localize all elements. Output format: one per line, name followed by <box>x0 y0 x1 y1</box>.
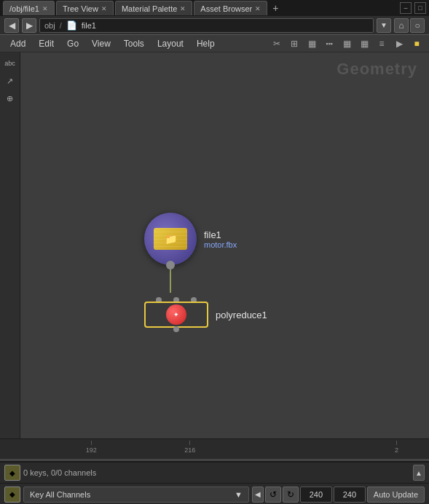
node-polyreduce1[interactable]: ✦ polyreduce1 <box>144 302 267 328</box>
layout3-icon[interactable]: ▦ <box>339 36 355 51</box>
menu-tools[interactable]: Tools <box>118 37 150 50</box>
back-frame-button[interactable]: ◀ <box>252 487 264 503</box>
layout1-icon[interactable]: ▦ <box>304 36 320 51</box>
tab-tree-view[interactable]: Tree View ✕ <box>56 1 114 15</box>
menu-add[interactable]: Add <box>4 37 31 50</box>
menu-toolbar: ✂ ⊞ ▦ ▪▪▪ ▦ ▦ ≡ ▶ ■ <box>269 36 425 51</box>
file1-icon: 📁 <box>154 228 187 250</box>
frame-display-1[interactable]: 240 <box>300 487 332 503</box>
minimize-button[interactable]: – <box>400 2 412 14</box>
add-tab-button[interactable]: + <box>269 1 282 15</box>
menu-view[interactable]: View <box>86 37 117 50</box>
file1-labels: file1 motor.fbx <box>204 229 237 249</box>
window-controls: – □ <box>400 2 426 14</box>
bottom-controls: ◆ 0 keys, 0/0 channels ▲ ◆ Key All Chann… <box>0 462 429 504</box>
bottom-row1: ◆ 0 keys, 0/0 channels ▲ <box>0 462 429 484</box>
maximize-button[interactable]: □ <box>414 2 426 14</box>
node-container: 📁 file1 motor.fbx ✦ <box>144 213 267 328</box>
channels-dropdown-arrow: ▼ <box>235 490 243 499</box>
tab-close-icon[interactable]: ✕ <box>101 5 107 12</box>
left-sidebar: abc ↗ ⊕ ℹ ▦ ● <box>0 52 20 504</box>
menu-bar: Add Edit Go View Tools Layout Help ✂ ⊞ ▦… <box>0 35 429 52</box>
file1-sublabel: motor.fbx <box>204 240 237 249</box>
settings-button[interactable]: ○ <box>410 18 425 33</box>
polyreduce1-name: polyreduce1 <box>216 310 267 320</box>
add-icon: ⊕ <box>7 94 13 103</box>
keys-info: 0 keys, 0/0 channels <box>23 468 96 477</box>
path-bar: ◀ ▶ obj / 📄 file1 ▼ ⌂ ○ <box>0 16 429 35</box>
channels-up-button[interactable]: ▲ <box>413 465 425 481</box>
tab-material-palette[interactable]: Material Palette ✕ <box>115 1 192 15</box>
layout4-icon[interactable]: ▦ <box>356 36 372 51</box>
polyreduce1-output-dot <box>173 326 179 332</box>
key-channel-button[interactable]: ◆ <box>4 487 20 503</box>
menu-layout[interactable]: Layout <box>151 37 189 50</box>
layout2-icon[interactable]: ▪▪▪ <box>321 36 337 51</box>
tab-label: Material Palette <box>122 4 177 13</box>
timeline[interactable]: 192 216 2 <box>0 438 429 462</box>
sidebar-icon-arrow[interactable]: ↗ <box>2 73 18 89</box>
path-right-buttons: ⌂ ○ <box>394 18 425 33</box>
cut-icon[interactable]: ✂ <box>269 36 285 51</box>
tab-close-icon[interactable]: ✕ <box>255 5 261 12</box>
path-file: file1 <box>82 21 96 30</box>
arrow-icon: ↗ <box>7 76 13 86</box>
refresh-button[interactable]: ↺ <box>265 487 281 503</box>
key-all-channels-label: Key All Channels <box>30 490 90 499</box>
path-separator: / <box>60 21 62 30</box>
forward-button[interactable]: ▶ <box>22 18 36 33</box>
timeline-ruler[interactable]: 192 216 2 <box>0 439 429 461</box>
path-dropdown-button[interactable]: ▼ <box>377 18 391 33</box>
file1-circle: 📁 <box>144 213 197 265</box>
sidebar-icon-abc[interactable]: abc <box>2 55 18 71</box>
polyreduce1-box: ✦ <box>144 302 208 328</box>
list-icon[interactable]: ≡ <box>374 36 390 51</box>
timeline-mark-216: 216 <box>184 441 195 454</box>
node-file1[interactable]: 📁 file1 motor.fbx <box>144 213 267 265</box>
back-button[interactable]: ◀ <box>4 18 19 33</box>
color-icon[interactable]: ■ <box>409 36 425 51</box>
tab-close-icon[interactable]: ✕ <box>42 5 48 12</box>
abc-icon: abc <box>4 60 15 67</box>
polyreduce1-icon: ✦ <box>166 304 186 325</box>
key-all-channels-dropdown[interactable]: Key All Channels ▼ <box>23 487 249 503</box>
tab-obj-file1[interactable]: /obj/file1 ✕ <box>3 1 55 15</box>
file1-name: file1 <box>204 229 237 240</box>
play-icon[interactable]: ▶ <box>391 36 407 51</box>
main-canvas[interactable]: Geometry 📁 file1 motor.fbx <box>20 52 429 438</box>
file-icon: 📄 <box>66 20 77 31</box>
sidebar-icon-add[interactable]: ⊕ <box>2 90 18 106</box>
home-button[interactable]: ⌂ <box>394 18 409 33</box>
timeline-mark-2: 2 <box>395 441 398 454</box>
bottom-row2: ◆ Key All Channels ▼ ◀ ↺ ↻ 240 240 Auto … <box>0 484 429 504</box>
frame-display-2[interactable]: 240 <box>334 487 366 503</box>
file1-output-dot <box>166 261 175 269</box>
path-input[interactable]: obj / 📄 file1 <box>39 18 374 33</box>
canvas-label: Geometry <box>336 60 417 79</box>
auto-update-button[interactable]: Auto Update <box>367 487 425 503</box>
menu-help[interactable]: Help <box>191 37 221 50</box>
title-bar: /obj/file1 ✕ Tree View ✕ Material Palett… <box>0 0 429 16</box>
menu-edit[interactable]: Edit <box>33 37 60 50</box>
tab-label: Tree View <box>63 4 98 13</box>
keyframe-button[interactable]: ◆ <box>4 465 20 481</box>
tab-asset-browser[interactable]: Asset Browser ✕ <box>194 1 267 15</box>
timeline-mark-192: 192 <box>86 441 97 454</box>
path-obj: obj <box>44 21 55 30</box>
menu-go[interactable]: Go <box>61 37 84 50</box>
redo-button[interactable]: ↻ <box>283 487 299 503</box>
tab-close-icon[interactable]: ✕ <box>180 5 186 12</box>
tab-label: /obj/file1 <box>9 4 39 13</box>
tab-label: Asset Browser <box>200 4 252 13</box>
grid-icon[interactable]: ⊞ <box>286 36 302 51</box>
